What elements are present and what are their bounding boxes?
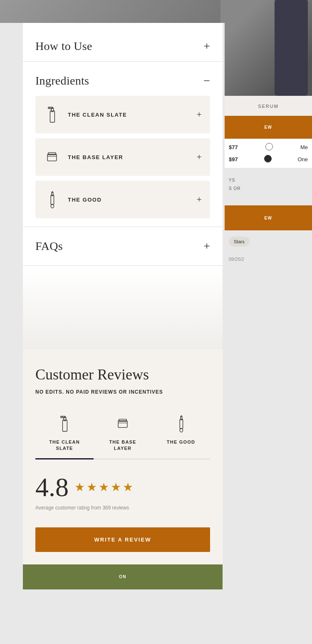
star-5: ★ — [123, 481, 133, 494]
price-monthly: $77 — [229, 144, 238, 150]
star-4: ★ — [111, 481, 121, 494]
hero-image-fill — [0, 0, 220, 23]
jar-icon — [44, 146, 60, 168]
product-card-base-layer[interactable]: THE BASE LAYER + — [35, 138, 210, 176]
reviews-section: Customer Reviews NO EDITS. NO PAID REVIE… — [23, 349, 223, 564]
empty-space — [23, 266, 223, 349]
clean-slate-toggle[interactable]: + — [197, 109, 202, 120]
page-wrapper: SERUM EW $77 Me $97 One Y — [0, 0, 312, 23]
price-row-monthly: $77 Me — [229, 143, 308, 152]
reviews-tabs: THE CLEANSLATE THE BASELAYER — [35, 408, 210, 459]
right-faqs-area: YS S OR — [225, 168, 312, 201]
product-card-left-the-good: THE GOOD — [44, 188, 102, 211]
stars-label: Stars — [229, 237, 250, 247]
tab-the-good[interactable]: THE GOOD — [152, 408, 210, 459]
product-card-clean-slate[interactable]: THE CLEAN SLATE + — [35, 96, 210, 133]
ingredients-header[interactable]: Ingredients − — [35, 74, 210, 87]
right-price-area: $77 Me $97 One — [225, 139, 312, 168]
svg-rect-5 — [48, 152, 56, 155]
dropper-icon — [44, 188, 60, 211]
star-2: ★ — [87, 481, 97, 494]
ingredients-section: Ingredients − — [23, 62, 223, 227]
bottom-green-btn-text: ON — [119, 574, 126, 579]
svg-rect-18 — [180, 419, 183, 429]
faqs-title: FAQs — [35, 240, 63, 253]
the-good-name: THE GOOD — [68, 197, 102, 203]
right-panel: SERUM EW $77 Me $97 One Y — [225, 0, 312, 644]
reviews-subtitle: NO EDITS. NO PAID REVIEWS OR INCENTIVES — [35, 388, 210, 396]
radio-monthly[interactable] — [265, 143, 273, 152]
how-to-use-section: How to Use + — [23, 23, 223, 62]
rating-score: 4.8 — [35, 472, 69, 503]
star-1: ★ — [74, 481, 85, 494]
clean-slate-name: THE CLEAN SLATE — [68, 112, 127, 118]
ingredients-toggle[interactable]: − — [203, 75, 210, 87]
main-panel: How to Use + Ingredients − — [23, 23, 223, 589]
tab-bottle-pump-icon — [56, 412, 73, 435]
bottle-pump-icon — [44, 103, 60, 126]
radio-onetime[interactable] — [264, 155, 272, 164]
how-to-use-header[interactable]: How to Use + — [35, 40, 210, 53]
price-onetime: $97 — [229, 156, 238, 162]
tab-clean-slate-name: THE CLEANSLATE — [49, 439, 80, 452]
right-date-area: 09/25/2 — [225, 253, 312, 265]
star-3: ★ — [99, 481, 109, 494]
tab-clean-slate[interactable]: THE CLEANSLATE — [35, 408, 94, 459]
faqs-section: FAQs + — [23, 227, 223, 266]
right-stars-area: Stars — [225, 230, 312, 253]
base-layer-name: THE BASE LAYER — [68, 154, 123, 160]
tab-dropper-icon — [173, 412, 189, 435]
rating-description: Average customer rating from 369 reviews — [35, 505, 210, 511]
product-bottle-image — [275, 0, 308, 96]
how-to-use-title: How to Use — [35, 40, 92, 53]
the-good-toggle[interactable]: + — [197, 194, 202, 205]
svg-rect-16 — [119, 419, 126, 421]
faqs-header[interactable]: FAQs + — [35, 240, 210, 253]
faqs-toggle[interactable]: + — [203, 240, 210, 252]
review-date: 09/25/2 — [229, 257, 244, 262]
tab-base-layer-name: THE BASELAYER — [109, 439, 136, 452]
option-onetime-label: One — [297, 156, 308, 162]
price-row-onetime: $97 One — [229, 155, 308, 164]
svg-rect-7 — [51, 195, 54, 205]
bottom-green-btn[interactable]: ON — [23, 564, 223, 589]
product-card-left-clean-slate: THE CLEAN SLATE — [44, 103, 127, 126]
tab-base-layer[interactable]: THE BASELAYER — [94, 408, 152, 459]
serum-label: SERUM — [258, 104, 279, 109]
tab-the-good-name: THE GOOD — [167, 439, 195, 445]
faqs-text-2: S OR — [229, 185, 308, 193]
right-product-image — [225, 0, 312, 96]
faqs-text-1: YS — [229, 176, 308, 185]
product-card-left-base-layer: THE BASE LAYER — [44, 146, 123, 168]
stars-display: ★ ★ ★ ★ ★ — [74, 480, 133, 494]
product-card-the-good[interactable]: THE GOOD + — [35, 181, 210, 218]
tab-jar-icon — [114, 412, 131, 435]
right-reviews-btn[interactable]: EW — [225, 205, 312, 230]
svg-rect-0 — [50, 111, 54, 122]
write-review-button[interactable]: WRITE A REVIEW — [35, 527, 210, 552]
option-monthly-label: Me — [300, 144, 308, 150]
svg-rect-11 — [62, 420, 67, 431]
right-amber-btn-text: EW — [264, 125, 272, 130]
radio-circle-monthly — [265, 143, 273, 150]
serum-card: SERUM — [225, 96, 312, 116]
right-reviews-btn-text: EW — [264, 216, 272, 220]
right-amber-btn[interactable]: EW — [225, 116, 312, 139]
reviews-title: Customer Reviews — [35, 366, 210, 383]
radio-circle-onetime — [264, 155, 272, 162]
rating-area: 4.8 ★ ★ ★ ★ ★ Average customer rating fr… — [35, 472, 210, 511]
product-cards-list: THE CLEAN SLATE + THE — [35, 96, 210, 218]
ingredients-title: Ingredients — [35, 74, 89, 87]
how-to-use-toggle[interactable]: + — [203, 40, 210, 52]
base-layer-toggle[interactable]: + — [197, 152, 202, 162]
